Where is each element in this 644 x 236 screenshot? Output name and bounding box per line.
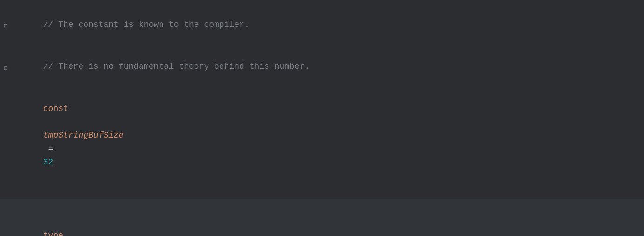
code-line-3: const tmpStringBufSize = 32 <box>0 88 644 184</box>
line-content-1: // The constant is known to the compiler… <box>13 5 637 45</box>
space-1 <box>43 117 48 126</box>
fold-icon-1[interactable]: ⊟ <box>4 21 11 28</box>
keyword-const: const <box>43 104 68 113</box>
code-line-4 <box>0 183 644 199</box>
number-32: 32 <box>43 157 54 167</box>
code-line-6: type tmpBuf [ tmpStringBufSize ] byte <box>0 215 644 236</box>
code-line-5 <box>0 199 644 215</box>
fold-spacer-3 <box>4 129 13 142</box>
keyword-type: type <box>43 231 63 236</box>
fold-spacer-5 <box>4 200 13 214</box>
identifier-tmpstringbufsize: tmpStringBufSize <box>43 131 124 140</box>
fold-spacer-4 <box>4 184 13 198</box>
space-2: = <box>43 144 58 153</box>
line-content-2: // There is no fundamental theory behind… <box>13 46 637 86</box>
line-content-3: const tmpStringBufSize = 32 <box>13 89 637 183</box>
line-content-6: type tmpBuf [ tmpStringBufSize ] byte <box>13 216 637 236</box>
comment-1: // The constant is known to the compiler… <box>43 20 249 29</box>
code-line-1: ⊟ // The constant is known to the compil… <box>0 4 644 46</box>
comment-2: // There is no fundamental theory behind… <box>43 62 310 71</box>
fold-icon-2[interactable]: ⊟ <box>4 63 11 71</box>
code-editor: ⊟ // The constant is known to the compil… <box>0 0 644 236</box>
code-line-2: ⊟ // There is no fundamental theory behi… <box>0 46 644 87</box>
